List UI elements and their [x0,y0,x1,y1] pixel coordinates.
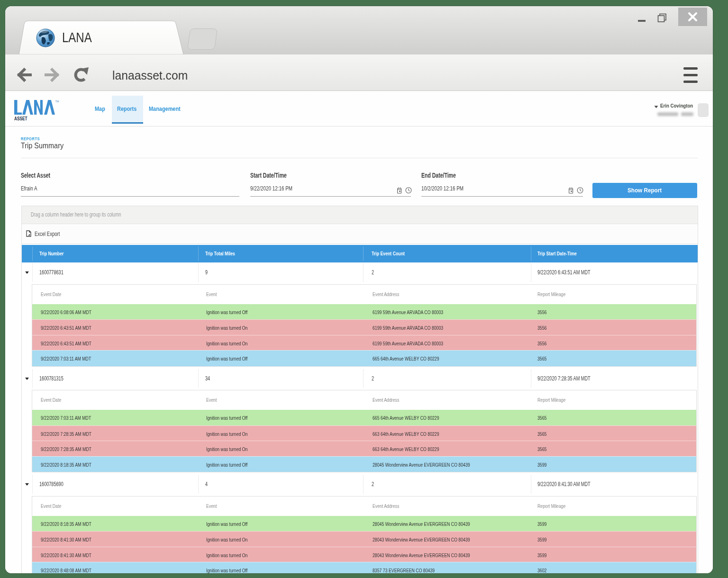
svg-text:TM: TM [55,100,59,103]
svg-text:ASSET: ASSET [14,116,27,121]
